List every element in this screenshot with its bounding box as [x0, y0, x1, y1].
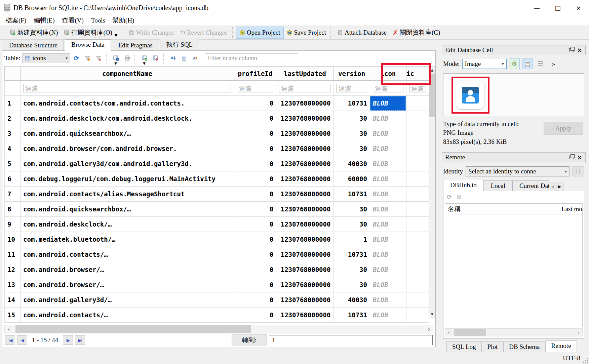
import-data-button[interactable]: ⚙	[509, 58, 520, 69]
profileId-cell[interactable]: 0	[234, 247, 276, 262]
lastUpdated-cell[interactable]: 1230768000000	[276, 247, 333, 262]
last-record-button[interactable]: ▶|	[75, 335, 85, 345]
print-button[interactable]	[122, 53, 132, 63]
partial-cell[interactable]	[406, 156, 429, 171]
componentName-cell[interactable]: com.android.contacts/alias.MessageShortc…	[21, 187, 234, 202]
remote-tab-current-database[interactable]: Current Dat	[512, 180, 549, 191]
text-mode-button[interactable]	[522, 58, 533, 69]
remote-scroll-left-icon[interactable]: ‹	[445, 330, 453, 335]
row-number-cell[interactable]: 11	[5, 247, 21, 262]
partial-cell[interactable]	[406, 171, 429, 187]
tab-execute-sql[interactable]: 執行 SQL	[160, 39, 199, 51]
icon-blob-cell[interactable]: BLOB	[370, 141, 406, 156]
close-panel-icon[interactable]: ×	[577, 154, 582, 161]
attach-database-button[interactable]: Attach Database	[335, 27, 390, 38]
partial-cell[interactable]	[406, 277, 429, 292]
resize-grip[interactable]	[587, 362, 588, 363]
filter-input-version[interactable]: 過濾	[336, 84, 367, 92]
componentName-cell[interactable]: com.mediatek.bluetooth/…	[21, 232, 234, 247]
version-cell[interactable]: 40030	[333, 292, 370, 308]
icon-blob-cell[interactable]: BLOB	[370, 126, 406, 141]
horizontal-scrollbar-thumb[interactable]	[15, 325, 251, 333]
table-select[interactable]: icons ▾	[23, 53, 70, 63]
vertical-scrollbar-thumb[interactable]	[429, 74, 435, 117]
partial-cell[interactable]	[406, 247, 429, 262]
partial-cell[interactable]	[406, 96, 429, 111]
profileId-cell[interactable]: 0	[234, 308, 276, 323]
next-record-button[interactable]: ▶	[63, 335, 73, 345]
lastUpdated-cell[interactable]: 1230768000000	[276, 202, 333, 217]
profileId-cell[interactable]: 0	[234, 262, 276, 277]
lastUpdated-cell[interactable]: 1230768000000	[276, 111, 333, 126]
new-database-button[interactable]: 新建資料庫(N)	[7, 26, 61, 39]
icon-blob-cell[interactable]: BLOB	[370, 277, 406, 292]
row-number-cell[interactable]: 1	[5, 96, 21, 111]
componentName-cell[interactable]: com.android.contacts/…	[21, 308, 234, 323]
row-number-cell[interactable]: 7	[5, 187, 21, 202]
save-project-button[interactable]: Save Project	[284, 27, 329, 38]
profileId-cell[interactable]: 0	[234, 292, 276, 308]
icon-blob-cell[interactable]: BLOB	[370, 111, 406, 126]
clone-database-icon[interactable]	[457, 195, 462, 200]
dock-tab-plot[interactable]: Plot	[482, 341, 504, 352]
mode-select[interactable]: Image ▾	[462, 59, 507, 69]
filter-input-componentName[interactable]: 過濾	[23, 84, 231, 92]
first-record-button[interactable]: |◀	[5, 335, 15, 345]
filter-input-partial[interactable]: 過濾	[409, 84, 426, 92]
tab-edit-pragmas[interactable]: Edit Pragmas	[112, 40, 159, 51]
profileId-cell[interactable]: 0	[234, 277, 276, 292]
dock-tab-db-schema[interactable]: DB Schema	[503, 341, 545, 352]
lastUpdated-cell[interactable]: 1230768000000	[276, 187, 333, 202]
import-certificate-button[interactable]	[572, 166, 584, 176]
goto-input[interactable]	[269, 335, 433, 345]
version-cell[interactable]: 40030	[333, 156, 370, 171]
row-number-cell[interactable]: 14	[5, 292, 21, 308]
partial-cell[interactable]	[406, 141, 429, 156]
lastUpdated-cell[interactable]: 1230768000000	[276, 217, 333, 232]
row-number-cell[interactable]: 2	[5, 111, 21, 126]
version-cell[interactable]: 30	[333, 126, 370, 141]
close-panel-icon[interactable]: ×	[577, 46, 582, 54]
componentName-cell[interactable]: com.android.contacts/com.android.contact…	[21, 96, 234, 111]
identity-select[interactable]: Select an identity to conne ▾	[466, 166, 570, 176]
tab-scroll-right-button[interactable]: ▶	[556, 182, 563, 191]
lastUpdated-cell[interactable]: 1230768000000	[276, 308, 333, 323]
remote-horizontal-scrollbar[interactable]: ‹ ›	[445, 328, 583, 336]
horizontal-scrollbar[interactable]: ‹ ›	[4, 325, 433, 333]
sort-ascending-button[interactable]: A	[168, 53, 178, 63]
partial-cell[interactable]	[406, 126, 429, 141]
partial-cell[interactable]	[406, 187, 429, 202]
lastUpdated-cell[interactable]: 1230768000000	[276, 277, 333, 292]
icon-blob-cell[interactable]: BLOB	[370, 217, 406, 232]
profileId-cell[interactable]: 0	[234, 141, 276, 156]
version-cell[interactable]: 30	[333, 141, 370, 156]
icon-blob-cell[interactable]: BLOB	[370, 262, 406, 277]
profileId-cell[interactable]: 0	[234, 111, 276, 126]
filter-input-profileId[interactable]: 過濾	[237, 84, 273, 92]
remote-tab-dbhub[interactable]: DBHub.io	[443, 180, 484, 191]
maximize-button[interactable]: □	[547, 0, 568, 15]
partial-cell[interactable]	[406, 202, 429, 217]
partial-cell[interactable]	[406, 292, 429, 308]
profileId-cell[interactable]: 0	[234, 202, 276, 217]
componentName-cell[interactable]: com.android.quicksearchbox/…	[21, 126, 234, 141]
dock-tab-remote[interactable]: Remote	[545, 340, 577, 352]
menu-help[interactable]: 幫助(H)	[109, 15, 138, 26]
remote-scroll-right-icon[interactable]: ›	[575, 330, 582, 335]
insert-record-button[interactable]: ▼	[140, 53, 150, 63]
row-number-cell[interactable]: 6	[5, 171, 21, 187]
save-results-button[interactable]: ▼	[111, 53, 121, 63]
tab-browse-data[interactable]: Browse Data	[65, 39, 111, 51]
float-panel-icon[interactable]	[569, 48, 574, 52]
version-cell[interactable]: 30	[333, 277, 370, 292]
refresh-button[interactable]: ⟳	[71, 53, 81, 63]
profileId-cell[interactable]: 0	[234, 96, 276, 111]
column-header-profileId[interactable]: profileId	[234, 67, 276, 81]
profileId-cell[interactable]: 0	[234, 217, 276, 232]
lastUpdated-cell[interactable]: 1230768000000	[276, 171, 333, 187]
row-number-cell[interactable]: 5	[5, 156, 21, 171]
profileId-cell[interactable]: 0	[234, 171, 276, 187]
componentName-cell[interactable]: com.android.browser/…	[21, 262, 234, 277]
version-cell[interactable]: 10731	[333, 187, 370, 202]
menu-view[interactable]: 查看(V)	[58, 15, 87, 26]
